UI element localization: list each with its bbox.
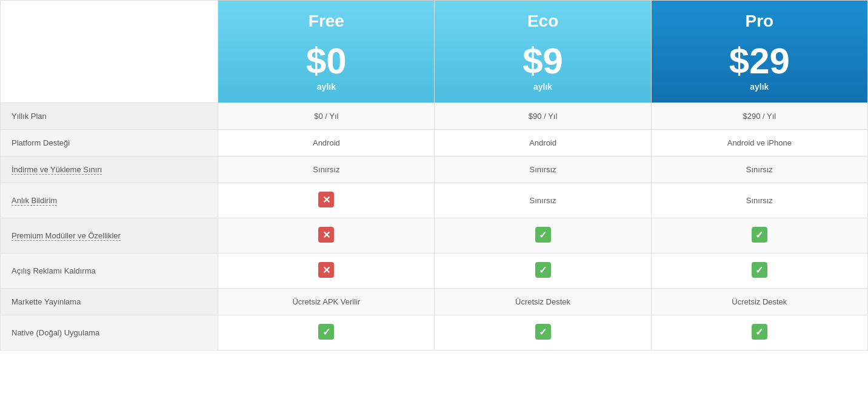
feature-value-1-0: Android <box>218 130 435 156</box>
feature-label-6: Markette Yayınlama <box>1 289 218 315</box>
empty-header <box>1 1 218 103</box>
feature-value-1-2: Android ve iPhone <box>651 130 867 156</box>
plan-price-eco: $9 <box>435 37 650 82</box>
plan-header-free: Free $0 aylık <box>218 1 435 103</box>
cross-icon <box>318 192 334 207</box>
feature-value-5-0 <box>218 254 435 289</box>
check-icon <box>752 227 767 243</box>
feature-value-7-1 <box>435 315 651 351</box>
feature-value-4-1 <box>435 218 651 254</box>
feature-value-0-0: $0 / Yıl <box>218 103 435 130</box>
plan-period-pro: aylık <box>652 82 867 102</box>
feature-value-3-2: Sınırsız <box>651 183 867 218</box>
feature-value-0-2: $290 / Yıl <box>651 103 867 130</box>
plan-price-free: $0 <box>218 37 434 82</box>
plan-name-pro: Pro <box>652 1 867 37</box>
feature-label-0: Yıllık Plan <box>1 103 218 130</box>
check-icon <box>535 227 551 243</box>
feature-value-4-0 <box>218 218 435 254</box>
plan-period-eco: aylık <box>435 82 650 102</box>
pricing-table: Free $0 aylık Eco $9 aylık Pro $29 aylık… <box>0 0 868 351</box>
feature-value-6-1: Ücretsiz Destek <box>435 289 651 315</box>
plan-period-free: aylık <box>218 82 434 102</box>
feature-label-4: Premium Modüller ve Özellikler <box>1 218 218 254</box>
plan-header-eco: Eco $9 aylık <box>435 1 651 103</box>
plan-name-eco: Eco <box>435 1 650 37</box>
check-icon <box>535 262 551 278</box>
feature-value-6-0: Ücretsiz APK Verilir <box>218 289 435 315</box>
feature-label-3: Anlık Bildirim <box>1 183 218 218</box>
check-icon <box>752 262 767 278</box>
check-icon <box>752 324 767 340</box>
feature-value-2-0: Sınırsız <box>218 156 435 183</box>
feature-value-3-0 <box>218 183 435 218</box>
feature-label-5: Açılış Reklamı Kaldırma <box>1 254 218 289</box>
cross-icon <box>318 227 334 243</box>
feature-value-7-0 <box>218 315 435 351</box>
feature-value-0-1: $90 / Yıl <box>435 103 651 130</box>
feature-value-5-1 <box>435 254 651 289</box>
feature-value-2-1: Sınırsız <box>435 156 651 183</box>
feature-value-4-2 <box>651 218 867 254</box>
feature-value-2-2: Sınırsız <box>651 156 867 183</box>
feature-label-1: Platform Desteği <box>1 130 218 156</box>
cross-icon <box>318 262 334 278</box>
plan-price-pro: $29 <box>652 37 867 82</box>
feature-value-7-2 <box>651 315 867 351</box>
plan-name-free: Free <box>218 1 434 37</box>
feature-value-1-1: Android <box>435 130 651 156</box>
feature-label-7: Native (Doğal) Uygulama <box>1 315 218 351</box>
feature-value-5-2 <box>651 254 867 289</box>
check-icon <box>318 324 334 340</box>
plan-header-pro: Pro $29 aylık <box>651 1 867 103</box>
feature-value-6-2: Ücretsiz Destek <box>651 289 867 315</box>
check-icon <box>535 324 551 340</box>
feature-label-2: İndirme ve Yükleme Sınırı <box>1 156 218 183</box>
feature-value-3-1: Sınırsız <box>435 183 651 218</box>
